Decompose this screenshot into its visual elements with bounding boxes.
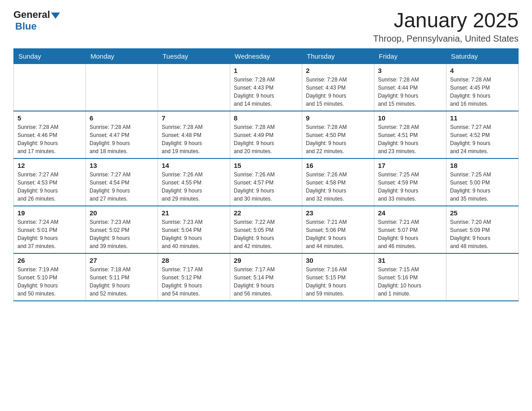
calendar-cell: 19Sunrise: 7:24 AM Sunset: 5:01 PM Dayli…	[14, 206, 86, 253]
day-number: 4	[450, 67, 515, 74]
day-info: Sunrise: 7:25 AM Sunset: 5:00 PM Dayligh…	[450, 171, 515, 203]
calendar-cell: 21Sunrise: 7:23 AM Sunset: 5:04 PM Dayli…	[158, 206, 230, 253]
calendar-week-row: 5Sunrise: 7:28 AM Sunset: 4:46 PM Daylig…	[14, 111, 519, 158]
day-info: Sunrise: 7:23 AM Sunset: 5:04 PM Dayligh…	[162, 218, 226, 250]
day-info: Sunrise: 7:23 AM Sunset: 5:02 PM Dayligh…	[90, 218, 154, 250]
day-number: 30	[306, 257, 370, 264]
day-number: 8	[234, 114, 298, 122]
calendar-week-row: 1Sunrise: 7:28 AM Sunset: 4:43 PM Daylig…	[14, 64, 519, 111]
day-info: Sunrise: 7:17 AM Sunset: 5:14 PM Dayligh…	[234, 265, 298, 298]
day-number: 26	[17, 257, 82, 264]
calendar-cell: 23Sunrise: 7:21 AM Sunset: 5:06 PM Dayli…	[302, 206, 374, 253]
day-number: 14	[162, 162, 226, 169]
page-header: General Blue January 2025 Throop, Pennsy…	[13, 9, 519, 44]
day-number: 11	[450, 114, 515, 122]
day-number: 5	[17, 114, 82, 122]
calendar-table: SundayMondayTuesdayWednesdayThursdayFrid…	[13, 48, 519, 301]
logo-arrow-icon	[51, 13, 60, 19]
day-number: 22	[234, 209, 298, 217]
day-info: Sunrise: 7:26 AM Sunset: 4:57 PM Dayligh…	[234, 171, 298, 203]
day-info: Sunrise: 7:28 AM Sunset: 4:48 PM Dayligh…	[162, 123, 226, 155]
calendar-cell: 10Sunrise: 7:28 AM Sunset: 4:51 PM Dayli…	[374, 111, 446, 158]
calendar-cell: 29Sunrise: 7:17 AM Sunset: 5:14 PM Dayli…	[230, 253, 302, 301]
day-number: 18	[450, 162, 515, 169]
day-info: Sunrise: 7:28 AM Sunset: 4:50 PM Dayligh…	[306, 123, 370, 155]
day-number: 31	[378, 257, 442, 264]
column-header-saturday: Saturday	[446, 48, 519, 64]
column-header-friday: Friday	[374, 48, 446, 64]
calendar-cell: 14Sunrise: 7:26 AM Sunset: 4:55 PM Dayli…	[158, 158, 230, 206]
day-info: Sunrise: 7:28 AM Sunset: 4:49 PM Dayligh…	[234, 123, 298, 155]
calendar-cell: 18Sunrise: 7:25 AM Sunset: 5:00 PM Dayli…	[446, 158, 519, 206]
day-info: Sunrise: 7:21 AM Sunset: 5:07 PM Dayligh…	[378, 218, 442, 250]
calendar-header-row: SundayMondayTuesdayWednesdayThursdayFrid…	[14, 48, 519, 64]
day-info: Sunrise: 7:25 AM Sunset: 4:59 PM Dayligh…	[378, 171, 442, 203]
day-info: Sunrise: 7:26 AM Sunset: 4:58 PM Dayligh…	[306, 171, 370, 203]
day-info: Sunrise: 7:18 AM Sunset: 5:11 PM Dayligh…	[90, 265, 154, 298]
day-number: 15	[234, 162, 298, 169]
day-info: Sunrise: 7:28 AM Sunset: 4:51 PM Dayligh…	[378, 123, 442, 155]
day-number: 3	[378, 67, 442, 74]
day-number: 25	[450, 209, 515, 217]
day-info: Sunrise: 7:24 AM Sunset: 5:01 PM Dayligh…	[17, 218, 82, 250]
calendar-cell: 8Sunrise: 7:28 AM Sunset: 4:49 PM Daylig…	[230, 111, 302, 158]
day-info: Sunrise: 7:28 AM Sunset: 4:47 PM Dayligh…	[90, 123, 154, 155]
calendar-cell: 22Sunrise: 7:22 AM Sunset: 5:05 PM Dayli…	[230, 206, 302, 253]
day-number: 6	[90, 114, 154, 122]
day-number: 28	[162, 257, 226, 264]
calendar-cell	[86, 64, 158, 111]
day-info: Sunrise: 7:27 AM Sunset: 4:52 PM Dayligh…	[450, 123, 515, 155]
day-number: 16	[306, 162, 370, 169]
calendar-cell: 13Sunrise: 7:27 AM Sunset: 4:54 PM Dayli…	[86, 158, 158, 206]
calendar-week-row: 19Sunrise: 7:24 AM Sunset: 5:01 PM Dayli…	[14, 206, 519, 253]
day-info: Sunrise: 7:26 AM Sunset: 4:55 PM Dayligh…	[162, 171, 226, 203]
calendar-cell: 24Sunrise: 7:21 AM Sunset: 5:07 PM Dayli…	[374, 206, 446, 253]
day-info: Sunrise: 7:16 AM Sunset: 5:15 PM Dayligh…	[306, 265, 370, 298]
day-info: Sunrise: 7:28 AM Sunset: 4:44 PM Dayligh…	[378, 76, 442, 108]
day-number: 23	[306, 209, 370, 217]
day-info: Sunrise: 7:21 AM Sunset: 5:06 PM Dayligh…	[306, 218, 370, 250]
title-block: January 2025 Throop, Pennsylvania, Unite…	[373, 9, 519, 44]
day-number: 20	[90, 209, 154, 217]
day-number: 13	[90, 162, 154, 169]
day-number: 9	[306, 114, 370, 122]
calendar-cell: 16Sunrise: 7:26 AM Sunset: 4:58 PM Dayli…	[302, 158, 374, 206]
day-info: Sunrise: 7:15 AM Sunset: 5:16 PM Dayligh…	[378, 265, 442, 298]
calendar-cell	[446, 253, 519, 301]
calendar-cell: 4Sunrise: 7:28 AM Sunset: 4:45 PM Daylig…	[446, 64, 519, 111]
day-number: 1	[234, 67, 298, 74]
day-number: 17	[378, 162, 442, 169]
calendar-cell: 12Sunrise: 7:27 AM Sunset: 4:53 PM Dayli…	[14, 158, 86, 206]
column-header-thursday: Thursday	[302, 48, 374, 64]
column-header-tuesday: Tuesday	[158, 48, 230, 64]
logo: General Blue	[13, 9, 60, 32]
day-info: Sunrise: 7:27 AM Sunset: 4:53 PM Dayligh…	[17, 171, 82, 203]
day-number: 27	[90, 257, 154, 264]
calendar-cell: 17Sunrise: 7:25 AM Sunset: 4:59 PM Dayli…	[374, 158, 446, 206]
calendar-cell: 26Sunrise: 7:19 AM Sunset: 5:10 PM Dayli…	[14, 253, 86, 301]
day-info: Sunrise: 7:22 AM Sunset: 5:05 PM Dayligh…	[234, 218, 298, 250]
calendar-cell: 30Sunrise: 7:16 AM Sunset: 5:15 PM Dayli…	[302, 253, 374, 301]
calendar-cell: 3Sunrise: 7:28 AM Sunset: 4:44 PM Daylig…	[374, 64, 446, 111]
column-header-monday: Monday	[86, 48, 158, 64]
calendar-cell: 5Sunrise: 7:28 AM Sunset: 4:46 PM Daylig…	[14, 111, 86, 158]
day-number: 21	[162, 209, 226, 217]
calendar-cell: 1Sunrise: 7:28 AM Sunset: 4:43 PM Daylig…	[230, 64, 302, 111]
month-title: January 2025	[373, 9, 519, 32]
day-info: Sunrise: 7:27 AM Sunset: 4:54 PM Dayligh…	[90, 171, 154, 203]
calendar-cell: 27Sunrise: 7:18 AM Sunset: 5:11 PM Dayli…	[86, 253, 158, 301]
day-number: 12	[17, 162, 82, 169]
day-number: 7	[162, 114, 226, 122]
calendar-cell: 9Sunrise: 7:28 AM Sunset: 4:50 PM Daylig…	[302, 111, 374, 158]
logo-blue-text: Blue	[15, 21, 37, 32]
calendar-cell	[14, 64, 86, 111]
day-number: 10	[378, 114, 442, 122]
calendar-week-row: 26Sunrise: 7:19 AM Sunset: 5:10 PM Dayli…	[14, 253, 519, 301]
day-info: Sunrise: 7:19 AM Sunset: 5:10 PM Dayligh…	[17, 265, 82, 298]
day-number: 19	[17, 209, 82, 217]
day-info: Sunrise: 7:28 AM Sunset: 4:45 PM Dayligh…	[450, 76, 515, 108]
column-header-wednesday: Wednesday	[230, 48, 302, 64]
calendar-cell: 6Sunrise: 7:28 AM Sunset: 4:47 PM Daylig…	[86, 111, 158, 158]
day-info: Sunrise: 7:20 AM Sunset: 5:09 PM Dayligh…	[450, 218, 515, 250]
column-header-sunday: Sunday	[14, 48, 86, 64]
